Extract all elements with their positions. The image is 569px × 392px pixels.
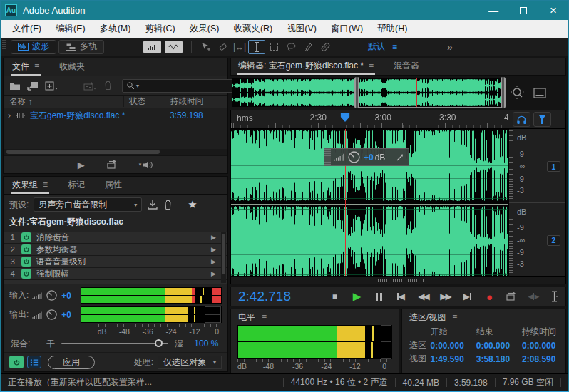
power-icon[interactable] (21, 244, 31, 254)
power-icon[interactable] (21, 232, 31, 242)
effect-slot[interactable]: 4 强制限幅 ▶ (4, 268, 227, 280)
panel-menu-icon[interactable]: ≡ (369, 61, 374, 71)
gain-knob[interactable] (46, 289, 58, 301)
playhead-marker[interactable] (341, 113, 350, 122)
tab-favorites[interactable]: 收藏夹 (58, 58, 86, 76)
process-select[interactable]: 仅选区对象 ▾ (158, 356, 222, 369)
panel-menu-icon[interactable]: ≡ (452, 312, 457, 322)
delete-preset-button[interactable] (163, 200, 173, 210)
menu-window[interactable]: 窗口(W) (324, 23, 370, 35)
panel-menu-icon[interactable]: ≡ (43, 180, 48, 190)
column-name[interactable]: 名称↑ (4, 96, 123, 107)
tab-files[interactable]: 文件 ≡ (11, 58, 41, 76)
column-duration[interactable]: 持续时间 (165, 96, 227, 107)
power-icon[interactable] (21, 269, 31, 279)
apply-button[interactable]: 应用 (48, 356, 95, 369)
power-icon[interactable] (21, 257, 31, 267)
gain-knob[interactable] (347, 150, 361, 164)
skip-to-end-button[interactable]: ▶ (456, 292, 478, 301)
tab-markers[interactable]: 标记 (66, 177, 86, 194)
close-button[interactable]: × (538, 1, 568, 20)
expand-icon[interactable]: › (8, 110, 11, 120)
chevron-right-icon[interactable]: ▶ (211, 258, 216, 265)
chevron-right-icon[interactable]: ▶ (211, 246, 216, 253)
waveform-view-button[interactable]: 波形 (11, 40, 56, 54)
mix-slider[interactable] (61, 343, 168, 344)
effect-slot[interactable]: 1 消除齿音 ▶ (4, 232, 227, 244)
channel-2-waveform[interactable] (231, 205, 508, 278)
effect-slot[interactable]: 3 语音音量级别 ▶ (4, 256, 227, 268)
menu-favorites[interactable]: 收藏夹(R) (226, 23, 280, 35)
razor-tool[interactable] (214, 40, 231, 54)
selection-start[interactable]: 0:00.000 (430, 341, 469, 351)
stop-button[interactable]: ■ (324, 292, 346, 301)
move-tool[interactable] (197, 40, 214, 54)
time-display[interactable]: 2:42.718 (238, 289, 291, 304)
zoom-navigate-button[interactable] (511, 86, 525, 100)
multitrack-view-button[interactable]: 多轨 (58, 40, 104, 54)
view-range-right-handle[interactable] (501, 77, 506, 108)
output-device-button[interactable]: ▾ (139, 160, 154, 170)
gain-hud[interactable]: +0 dB (324, 148, 409, 166)
time-selection-tool[interactable] (248, 40, 265, 54)
effects-vscrollbar-thumb[interactable] (222, 234, 225, 274)
view-duration[interactable]: 2:08.590 (522, 354, 561, 364)
search-input[interactable] (140, 81, 242, 90)
minimize-button[interactable]: — (478, 1, 508, 20)
rewind-button[interactable]: ◀◀ (412, 292, 434, 301)
workspace-menu-icon[interactable]: ≡ (392, 42, 397, 52)
pause-button[interactable] (368, 293, 390, 301)
view-range-left-handle[interactable] (354, 77, 359, 108)
mix-value[interactable]: 100 % (194, 339, 218, 349)
maximize-button[interactable] (508, 1, 538, 20)
panel-menu-button[interactable] (533, 88, 546, 98)
menu-clip[interactable]: 剪辑(C) (138, 23, 182, 35)
effect-slot[interactable]: 2 参数均衡器 ▶ (4, 244, 227, 256)
gain-knob[interactable] (46, 309, 58, 321)
panel-menu-icon[interactable]: ≡ (262, 312, 267, 322)
hud-gain-value[interactable]: +0 (364, 153, 374, 163)
delete-file-button[interactable] (103, 81, 113, 91)
menu-effects[interactable]: 效果(S) (183, 23, 227, 35)
play-button[interactable]: ▶ (346, 290, 368, 303)
loop-preview-button[interactable] (106, 160, 118, 170)
output-gain-value[interactable]: +0 (61, 310, 77, 320)
input-gain-value[interactable]: +0 (61, 291, 77, 301)
menu-help[interactable]: 帮助(H) (370, 23, 414, 35)
waveform-display[interactable]: +0 dB (231, 129, 508, 276)
toolbar-grip[interactable] (2, 40, 6, 54)
tab-editor[interactable]: 编辑器: 宝石gem-野狼disco.flac * ≡ (237, 58, 375, 75)
channel-1-badge[interactable]: 1 (547, 161, 560, 172)
preset-select[interactable]: 男声旁白齿音限制 ▾ (34, 197, 142, 212)
insert-multitrack-button[interactable] (83, 81, 97, 91)
rack-power-button[interactable] (9, 356, 24, 368)
open-file-button[interactable] (9, 81, 21, 91)
timeline-ruler[interactable]: hms 2:30 3:00 3:30 4 (231, 110, 508, 129)
fast-forward-button[interactable]: ▶▶ (434, 292, 456, 301)
chevron-overflow-icon[interactable]: » (447, 41, 451, 53)
preview-play-button[interactable]: ▶ (78, 160, 85, 170)
save-preset-button[interactable] (147, 200, 158, 210)
files-hscrollbar[interactable] (4, 149, 227, 155)
spot-healing-tool[interactable] (317, 40, 334, 54)
menu-edit[interactable]: 编辑(E) (48, 23, 93, 35)
effects-vscrollbar[interactable] (221, 232, 226, 283)
menu-multitrack[interactable]: 多轨(M) (93, 23, 138, 35)
column-status[interactable]: 状态 (123, 96, 165, 107)
spectral-pitch-button[interactable] (165, 41, 183, 53)
slip-tool[interactable]: |↔| (231, 40, 248, 54)
pin-icon[interactable] (396, 153, 404, 162)
tab-properties[interactable]: 属性 (103, 177, 123, 194)
tab-mixer[interactable]: 混音器 (392, 58, 421, 75)
hud-grip[interactable] (324, 149, 331, 165)
file-row[interactable]: › 宝石gem-野狼disco.flac * 3:59.198 (4, 108, 227, 123)
selection-duration[interactable]: 0:00.000 (522, 341, 561, 351)
marquee-selection-tool[interactable] (265, 40, 282, 54)
import-file-button[interactable] (27, 81, 39, 91)
clip-indicator[interactable] (212, 296, 221, 303)
marker-button[interactable] (533, 112, 551, 127)
record-button[interactable]: ● (478, 291, 501, 303)
search-box[interactable]: ▾ (122, 79, 246, 93)
paintbrush-selection-tool[interactable] (299, 40, 317, 54)
hscrollbar-thumb[interactable] (374, 279, 424, 282)
